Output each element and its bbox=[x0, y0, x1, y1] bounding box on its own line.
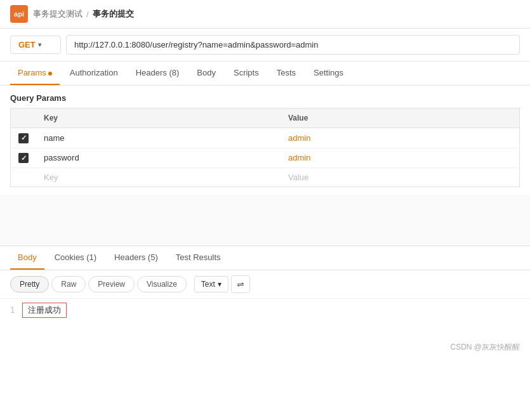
empty-value[interactable]: Value bbox=[281, 168, 520, 187]
tab-settings[interactable]: Settings bbox=[306, 62, 351, 85]
empty-key[interactable]: Key bbox=[36, 168, 281, 187]
breadcrumb-parent[interactable]: 事务提交测试 bbox=[33, 8, 83, 20]
resp-tab-cookies[interactable]: Cookies (1) bbox=[47, 246, 104, 270]
tab-body[interactable]: Body bbox=[189, 62, 223, 85]
resp-tab-body[interactable]: Body bbox=[10, 246, 44, 270]
request-tabs-bar: Params Authorization Headers (8) Body Sc… bbox=[0, 62, 530, 86]
request-bar: GET ▾ bbox=[0, 29, 530, 62]
response-tabs-bar: Body Cookies (1) Headers (5) Test Result… bbox=[0, 246, 530, 270]
wrap-button[interactable]: ⇌ bbox=[231, 275, 250, 293]
line-number: 1 bbox=[10, 306, 15, 315]
col-header-check bbox=[11, 108, 37, 128]
sub-tab-raw[interactable]: Raw bbox=[51, 276, 86, 292]
row2-check-cell[interactable] bbox=[11, 148, 37, 168]
sub-tab-preview[interactable]: Preview bbox=[88, 276, 135, 292]
tab-authorization[interactable]: Authorization bbox=[62, 62, 126, 85]
logo-text: api bbox=[14, 10, 24, 18]
params-dot bbox=[48, 72, 52, 75]
tab-params[interactable]: Params bbox=[10, 62, 60, 85]
tab-headers[interactable]: Headers (8) bbox=[128, 62, 187, 85]
sub-tab-pretty[interactable]: Pretty bbox=[10, 276, 49, 292]
method-select[interactable]: GET ▾ bbox=[10, 36, 61, 54]
row2-value[interactable]: admin bbox=[281, 148, 520, 168]
format-arrow-icon: ▾ bbox=[218, 280, 222, 289]
response-body: 1 注册成功 bbox=[0, 299, 530, 337]
col-header-value: Value bbox=[281, 108, 520, 128]
app-logo: api bbox=[10, 5, 28, 23]
row2-checkbox[interactable] bbox=[18, 153, 29, 163]
resp-tab-headers[interactable]: Headers (5) bbox=[107, 246, 166, 270]
breadcrumb-sep: / bbox=[86, 10, 89, 19]
breadcrumb: 事务提交测试 / 事务的提交 bbox=[33, 8, 134, 20]
sub-tab-visualize[interactable]: Visualize bbox=[137, 276, 187, 292]
url-input[interactable] bbox=[66, 35, 520, 55]
row1-value[interactable]: admin bbox=[281, 128, 520, 148]
response-line-1: 1 注册成功 bbox=[10, 303, 520, 318]
top-bar: api 事务提交测试 / 事务的提交 bbox=[0, 0, 530, 29]
empty-space bbox=[0, 195, 530, 246]
params-section: Query Params Key Value name admin passwo bbox=[0, 86, 530, 195]
watermark: CSDN @灰灰快醒醒 bbox=[0, 337, 530, 358]
table-row: name admin bbox=[11, 128, 520, 148]
table-row: password admin bbox=[11, 148, 520, 168]
params-table: Key Value name admin password admin bbox=[10, 108, 520, 187]
resp-tab-test-results[interactable]: Test Results bbox=[168, 246, 229, 270]
row1-checkbox[interactable] bbox=[18, 133, 29, 143]
format-label: Text bbox=[201, 280, 215, 289]
response-sub-bar: Pretty Raw Preview Visualize Text ▾ ⇌ bbox=[0, 270, 530, 299]
method-label: GET bbox=[18, 40, 36, 49]
row1-check-cell[interactable] bbox=[11, 128, 37, 148]
format-select[interactable]: Text ▾ bbox=[194, 276, 229, 292]
breadcrumb-current: 事务的提交 bbox=[93, 8, 134, 20]
col-header-key: Key bbox=[36, 108, 281, 128]
method-arrow-icon: ▾ bbox=[38, 41, 41, 48]
tab-scripts[interactable]: Scripts bbox=[226, 62, 267, 85]
table-row-empty: Key Value bbox=[11, 168, 520, 187]
row1-key[interactable]: name bbox=[36, 128, 281, 148]
row2-key[interactable]: password bbox=[36, 148, 281, 168]
tab-tests[interactable]: Tests bbox=[269, 62, 303, 85]
response-value: 注册成功 bbox=[22, 303, 67, 318]
query-params-title: Query Params bbox=[10, 93, 520, 103]
